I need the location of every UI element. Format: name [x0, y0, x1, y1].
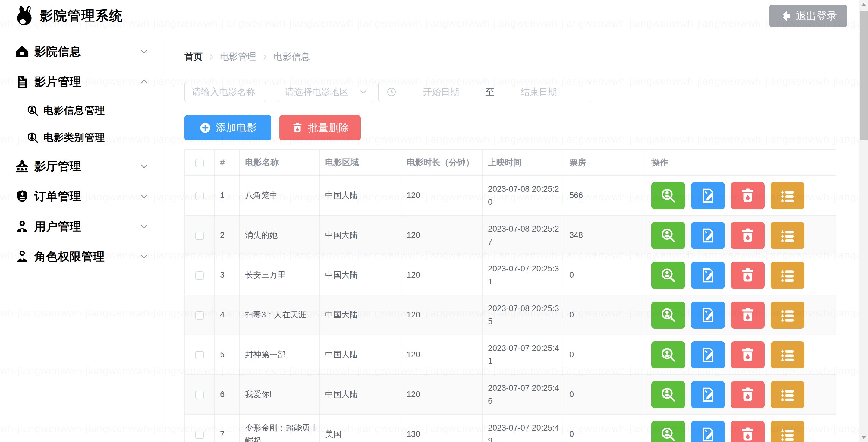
bank-icon — [15, 159, 29, 173]
view-button[interactable] — [651, 301, 685, 329]
cell-actions — [646, 215, 836, 255]
movie-table: #电影名称电影区域电影时长（分钟）上映时间票房操作 1八角笼中中国大陆12020… — [184, 149, 836, 442]
view-button[interactable] — [651, 182, 685, 209]
select-all-checkbox[interactable] — [195, 159, 204, 167]
edit-icon — [699, 386, 717, 404]
cell-duration: 120 — [401, 215, 483, 255]
cell-duration: 120 — [401, 255, 483, 295]
user-search-icon — [27, 131, 39, 144]
row-select-cell — [185, 335, 215, 375]
sidebar-item-film-management[interactable]: 影片管理 — [0, 67, 162, 97]
cell-region: 中国大陆 — [320, 375, 401, 415]
date-range-picker[interactable]: 开始日期 至 结束日期 — [378, 82, 591, 102]
sidebar-item-user-management[interactable]: 用户管理 — [0, 211, 162, 241]
table-row: 3长安三万里中国大陆1202023-07-07 20:25:310 — [185, 255, 836, 295]
cell-duration: 120 — [401, 335, 483, 375]
edit-button[interactable] — [691, 222, 725, 249]
delete-button[interactable] — [731, 301, 765, 329]
view-button[interactable] — [651, 262, 685, 289]
add-movie-button[interactable]: 添加电影 — [184, 115, 271, 141]
end-date-field[interactable]: 结束日期 — [495, 86, 584, 98]
cell-box-office: 0 — [564, 375, 646, 415]
detail-button[interactable] — [771, 222, 804, 249]
cell-actions — [646, 176, 836, 215]
sidebar-item-movie-category-management[interactable]: 电影类别管理 — [0, 124, 162, 151]
row-checkbox[interactable] — [195, 232, 204, 240]
cell-index: 4 — [215, 295, 240, 335]
list-icon — [779, 227, 796, 244]
app-header: 影院管理系统 退出登录 — [0, 0, 868, 32]
start-date-field[interactable]: 开始日期 — [397, 86, 486, 98]
column-header: 电影区域 — [320, 150, 401, 176]
sidebar-item-role-permission-management[interactable]: 角色权限管理 — [0, 241, 162, 272]
scroll-down-arrow-icon[interactable] — [859, 433, 868, 442]
row-select-cell — [185, 176, 215, 215]
scroll-up-arrow-icon[interactable] — [859, 0, 868, 9]
row-select-cell — [185, 295, 215, 335]
row-select-cell — [185, 255, 215, 295]
cell-region: 中国大陆 — [320, 295, 401, 335]
delete-button[interactable] — [731, 341, 765, 369]
detail-button[interactable] — [771, 381, 804, 408]
cell-region: 中国大陆 — [320, 215, 401, 255]
scrollbar-thumb[interactable] — [860, 11, 868, 141]
trash-icon — [739, 187, 756, 204]
trash-icon — [739, 346, 756, 363]
cell-duration: 120 — [401, 375, 483, 415]
cell-release-time: 2023-07-08 20:25:27 — [483, 215, 564, 255]
cell-actions — [646, 255, 836, 295]
edit-icon — [699, 306, 717, 324]
edit-button[interactable] — [691, 182, 725, 209]
chevron-down-icon — [359, 88, 367, 96]
scrollbar[interactable] — [859, 0, 868, 442]
view-button[interactable] — [651, 381, 685, 408]
table-row: 1八角笼中中国大陆1202023-07-08 20:25:20566 — [185, 176, 836, 215]
edit-button[interactable] — [691, 381, 725, 408]
row-select-cell — [185, 215, 215, 255]
sidebar-item-order-management[interactable]: 订单管理 — [0, 181, 162, 211]
edit-button[interactable] — [691, 301, 725, 329]
column-header: 上映时间 — [483, 150, 564, 176]
edit-button[interactable] — [691, 262, 725, 289]
edit-button[interactable] — [691, 421, 725, 442]
detail-button[interactable] — [771, 421, 804, 442]
delete-button[interactable] — [731, 421, 765, 442]
row-checkbox[interactable] — [195, 391, 204, 399]
detail-button[interactable] — [771, 301, 804, 329]
view-button[interactable] — [651, 421, 685, 442]
delete-button[interactable] — [731, 222, 765, 249]
edit-button[interactable] — [691, 341, 725, 369]
delete-button[interactable] — [731, 381, 765, 408]
row-checkbox[interactable] — [195, 271, 204, 280]
detail-button[interactable] — [771, 182, 804, 209]
delete-button[interactable] — [731, 262, 765, 289]
cell-movie-name: 变形金刚：超能勇士崛起 — [240, 415, 320, 442]
batch-delete-button[interactable]: 批量删除 — [279, 115, 361, 141]
breadcrumb-item[interactable]: 电影管理 — [220, 51, 256, 63]
logout-button[interactable]: 退出登录 — [770, 4, 847, 27]
app-title: 影院管理系统 — [40, 7, 123, 25]
row-checkbox[interactable] — [195, 431, 204, 439]
breadcrumb-item[interactable]: 首页 — [184, 51, 203, 63]
detail-button[interactable] — [771, 341, 804, 369]
sidebar-item-movie-info-management[interactable]: 电影信息管理 — [0, 97, 162, 124]
arrow-left-icon — [779, 10, 792, 22]
cell-box-office: 0 — [564, 415, 646, 442]
user-icon — [15, 219, 29, 234]
list-icon — [779, 386, 796, 404]
cell-movie-name: 封神第一部 — [240, 335, 320, 375]
sidebar-item-cinema-info[interactable]: 影院信息 — [0, 36, 162, 67]
movie-name-input[interactable] — [184, 82, 266, 102]
cell-actions — [646, 295, 836, 335]
sidebar-item-hall-management[interactable]: 影厅管理 — [0, 151, 162, 181]
row-checkbox[interactable] — [195, 351, 204, 359]
view-button[interactable] — [651, 222, 685, 249]
view-button[interactable] — [651, 341, 685, 369]
column-header: 电影时长（分钟） — [401, 150, 483, 176]
region-select[interactable]: 请选择电影地区 — [277, 82, 374, 102]
row-checkbox[interactable] — [195, 192, 204, 200]
delete-button[interactable] — [731, 182, 765, 209]
detail-button[interactable] — [771, 262, 804, 289]
row-checkbox[interactable] — [195, 311, 204, 320]
cell-movie-name: 我爱你! — [240, 375, 320, 415]
